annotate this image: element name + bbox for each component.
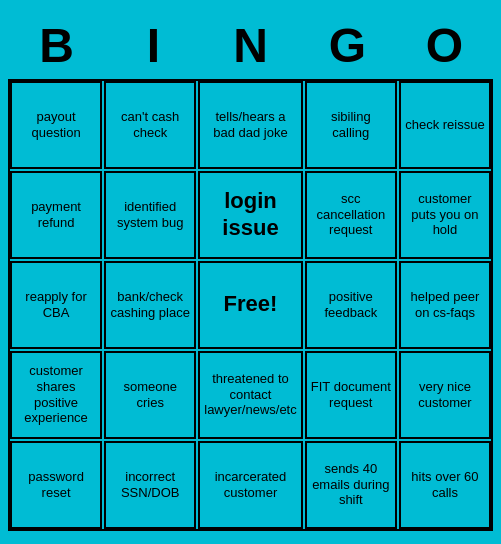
bingo-cell-r3c2[interactable]: bank/check cashing place [104,261,196,349]
bingo-cell-r5c5[interactable]: hits over 60 calls [399,441,491,529]
bingo-cell-r1c4[interactable]: sibiling calling [305,81,397,169]
bingo-cell-r3c3[interactable]: Free! [198,261,302,349]
bingo-cell-r5c3[interactable]: incarcerated customer [198,441,302,529]
bingo-cell-r1c3[interactable]: tells/hears a bad dad joke [198,81,302,169]
bingo-cell-r2c1[interactable]: payment refund [10,171,102,259]
bingo-cell-r3c4[interactable]: positive feedback [305,261,397,349]
bingo-cell-r2c5[interactable]: customer puts you on hold [399,171,491,259]
bingo-cell-r3c5[interactable]: helped peer on cs-faqs [399,261,491,349]
bingo-letter-n: N [202,14,299,77]
bingo-letter-i: I [105,14,202,77]
bingo-header: BINGO [8,14,493,77]
bingo-letter-g: G [299,14,396,77]
bingo-cell-r5c2[interactable]: incorrect SSN/DOB [104,441,196,529]
bingo-letter-b: B [8,14,105,77]
bingo-cell-r2c2[interactable]: identified system bug [104,171,196,259]
bingo-cell-r1c5[interactable]: check reissue [399,81,491,169]
bingo-cell-r4c3[interactable]: threatened to contact lawyer/news/etc [198,351,302,439]
bingo-cell-r5c4[interactable]: sends 40 emails during shift [305,441,397,529]
bingo-cell-r1c2[interactable]: can't cash check [104,81,196,169]
bingo-cell-r1c1[interactable]: payout question [10,81,102,169]
bingo-cell-r4c4[interactable]: FIT document request [305,351,397,439]
bingo-cell-r4c2[interactable]: someone cries [104,351,196,439]
bingo-cell-r5c1[interactable]: password reset [10,441,102,529]
bingo-cell-r2c3[interactable]: login issue [198,171,302,259]
bingo-letter-o: O [396,14,493,77]
bingo-card: BINGO payout questioncan't cash checktel… [0,6,501,539]
bingo-cell-r2c4[interactable]: scc cancellation request [305,171,397,259]
bingo-cell-r3c1[interactable]: reapply for CBA [10,261,102,349]
bingo-grid: payout questioncan't cash checktells/hea… [8,79,493,531]
bingo-cell-r4c1[interactable]: customer shares positive experience [10,351,102,439]
bingo-cell-r4c5[interactable]: very nice customer [399,351,491,439]
